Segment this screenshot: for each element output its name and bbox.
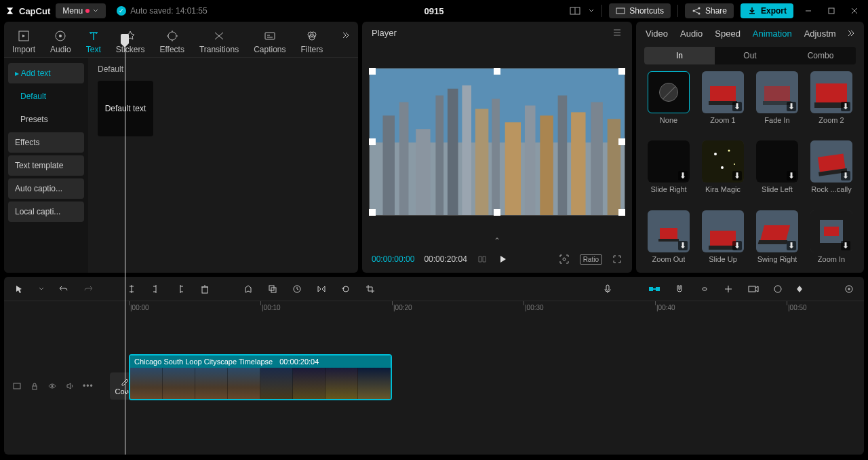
menu-button[interactable]: Menu <box>56 3 106 18</box>
split-button[interactable] <box>126 284 137 294</box>
timeline-playhead[interactable] <box>125 39 125 455</box>
anim-zoom-1[interactable]: ⬇Zoom 1 <box>700 71 746 134</box>
anim-slide-right[interactable]: ⬇Slide Right <box>646 140 692 203</box>
mode-combo[interactable]: Combo <box>785 47 856 64</box>
resize-handle[interactable] <box>618 68 625 75</box>
layers-button[interactable] <box>267 284 278 294</box>
mode-in[interactable]: In <box>644 47 715 64</box>
inspector-more-button[interactable] <box>844 28 859 38</box>
resize-handle[interactable] <box>369 138 376 145</box>
sidebar-effects[interactable]: Effects <box>8 132 84 153</box>
link-button[interactable] <box>698 284 709 294</box>
select-tool[interactable] <box>14 284 24 294</box>
anim-zoom-in[interactable]: ⬇Zoom In <box>808 210 854 273</box>
select-dropdown[interactable] <box>38 286 45 292</box>
resize-handle[interactable] <box>369 68 376 75</box>
download-icon: ⬇ <box>787 171 796 180</box>
delete-button[interactable] <box>199 284 210 294</box>
undo-button[interactable] <box>58 284 69 294</box>
chevron-down-icon[interactable] <box>588 7 595 14</box>
close-button[interactable] <box>846 3 863 19</box>
minimize-button[interactable] <box>800 3 816 19</box>
timeline-tracks[interactable]: Chicago South Loop Cityscape Timelapse 0… <box>123 318 864 455</box>
resize-handle[interactable] <box>618 138 625 145</box>
mirror-button[interactable] <box>316 284 327 294</box>
video-clip[interactable]: Chicago South Loop Cityscape Timelapse 0… <box>129 354 392 400</box>
default-text-card[interactable]: Default text <box>98 81 153 136</box>
play-icon <box>497 254 508 265</box>
svg-rect-21 <box>399 102 409 215</box>
lock-icon[interactable] <box>30 381 39 391</box>
zoom-out-button[interactable] <box>773 284 783 294</box>
sidebar-local-captions[interactable]: Local capti... <box>8 202 84 222</box>
resize-handle[interactable] <box>618 209 625 216</box>
fullscreen-button[interactable] <box>612 254 623 265</box>
anim-kira-magic[interactable]: ⬇Kira Magic <box>700 140 746 203</box>
tab-adjustment[interactable]: Adjustm <box>804 28 836 39</box>
resize-handle[interactable] <box>369 209 376 216</box>
zoom-slider-handle[interactable] <box>796 284 803 294</box>
preview-axis-button[interactable] <box>723 284 734 294</box>
delete-right-button[interactable] <box>175 284 186 294</box>
redo-button[interactable] <box>83 284 94 294</box>
mic-button[interactable] <box>602 284 613 294</box>
timeline-ruler[interactable]: |00:00 |00:10 |00:20 |00:30 |00:40 |00:5… <box>123 301 864 318</box>
preview-render-button[interactable] <box>747 284 760 294</box>
tab-audio[interactable]: Audio <box>680 28 703 39</box>
delete-left-button[interactable] <box>151 284 161 294</box>
layout-icon[interactable] <box>569 5 581 17</box>
marker-button[interactable] <box>243 284 254 294</box>
anim-slide-left[interactable]: ⬇Slide Left <box>754 140 800 203</box>
tab-audio[interactable]: Audio <box>49 26 73 57</box>
reverse-button[interactable] <box>292 284 302 294</box>
play-button[interactable] <box>497 254 508 265</box>
resize-handle[interactable] <box>494 209 500 216</box>
anim-none[interactable]: None <box>646 71 692 134</box>
share-button[interactable]: Share <box>685 3 734 18</box>
sidebar-presets[interactable]: Presets <box>8 109 84 130</box>
tab-speed[interactable]: Speed <box>715 28 741 39</box>
collapse-handle[interactable]: ⌃ <box>362 236 632 246</box>
tab-import[interactable]: Import <box>11 26 37 57</box>
anim-swing-right[interactable]: ⬇Swing Right <box>754 210 800 273</box>
crop-button[interactable] <box>365 284 376 294</box>
preview-viewport[interactable] <box>369 68 625 216</box>
resize-handle[interactable] <box>494 68 500 75</box>
more-icon[interactable]: ••• <box>83 381 94 391</box>
speaker-icon[interactable] <box>65 381 75 391</box>
player-menu-button[interactable] <box>612 27 623 38</box>
frame-icon[interactable] <box>12 381 22 391</box>
sidebar-add-text[interactable]: ▸ Add text <box>8 63 84 83</box>
tab-transitions[interactable]: Transitions <box>198 26 240 57</box>
tab-stickers[interactable]: Stickers <box>115 26 146 57</box>
tab-video[interactable]: Video <box>646 28 668 39</box>
zoom-fit-button[interactable] <box>844 284 854 294</box>
sidebar-auto-captions[interactable]: Auto captio... <box>8 178 84 199</box>
sidebar-text-template[interactable]: Text template <box>8 155 84 176</box>
eye-icon[interactable] <box>47 381 57 391</box>
shortcuts-button[interactable]: Shortcuts <box>609 3 671 18</box>
scan-button[interactable] <box>558 253 570 265</box>
tabs-more-button[interactable] <box>340 30 351 41</box>
maximize-button[interactable] <box>823 3 840 19</box>
download-icon: ⬇ <box>678 171 688 180</box>
export-button[interactable]: Export <box>741 3 793 18</box>
magnet-main-button[interactable] <box>648 284 660 294</box>
mode-out[interactable]: Out <box>715 47 785 64</box>
anim-rock[interactable]: ⬇Rock ...cally <box>808 140 854 203</box>
tab-text[interactable]: Text <box>85 26 102 57</box>
project-title[interactable]: 0915 <box>425 6 444 16</box>
anim-fade-in[interactable]: ⬇Fade In <box>754 71 800 134</box>
ratio-button[interactable]: Ratio <box>580 254 602 265</box>
magnet-button[interactable] <box>674 284 685 294</box>
anim-zoom-out[interactable]: ⬇Zoom Out <box>646 210 692 273</box>
tab-effects[interactable]: Effects <box>158 26 185 57</box>
anim-slide-up[interactable]: ⬇Slide Up <box>700 210 746 273</box>
tab-filters[interactable]: Filters <box>300 26 325 57</box>
anim-zoom-2[interactable]: ⬇Zoom 2 <box>808 71 854 134</box>
tab-captions[interactable]: Captions <box>252 26 287 57</box>
rotate-button[interactable] <box>340 284 351 294</box>
compare-button[interactable] <box>477 254 488 265</box>
tab-animation[interactable]: Animation <box>753 28 792 39</box>
sidebar-default[interactable]: Default <box>8 86 84 107</box>
